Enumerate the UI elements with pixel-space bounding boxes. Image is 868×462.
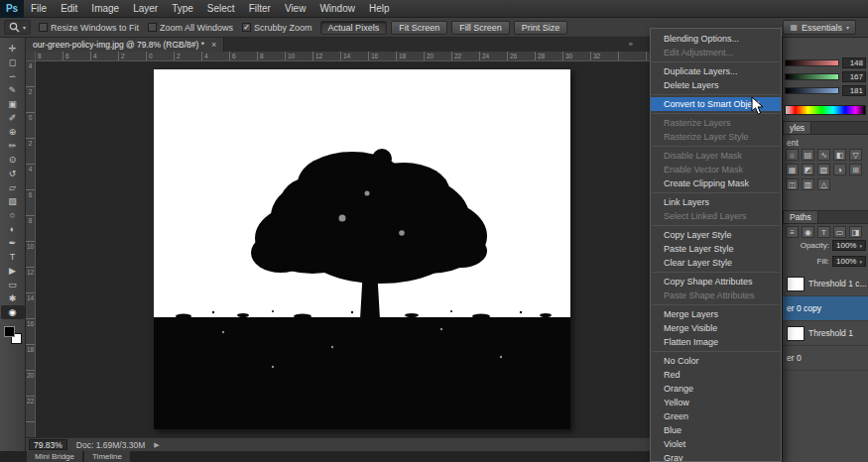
black-white-icon[interactable]: ▧: [817, 164, 830, 175]
gradient-tool[interactable]: ▨: [1, 194, 25, 208]
move-tool[interactable]: ✛: [1, 42, 25, 56]
ctx-blue[interactable]: Blue: [651, 423, 781, 437]
layer-row-threshold-1-c[interactable]: Threshold 1 c...: [783, 272, 868, 296]
tab-styles[interactable]: yles: [783, 121, 811, 134]
document-tab[interactable]: our-green-policy-img.jpg @ 79.8% (RGB/8#…: [26, 38, 224, 52]
pen-tool[interactable]: ✒: [1, 236, 25, 250]
hand-tool[interactable]: ✱: [1, 291, 25, 305]
filter-type-icon[interactable]: T: [817, 226, 830, 238]
ruler-corner[interactable]: [26, 52, 36, 61]
lasso-tool[interactable]: ∽: [1, 69, 25, 83]
filter-smart-icon[interactable]: ◨: [849, 226, 862, 238]
crop-tool[interactable]: ▣: [1, 97, 25, 111]
opacity-value-dropdown[interactable]: 100% ▾: [832, 240, 866, 251]
ctx-violet[interactable]: Violet: [651, 437, 781, 451]
status-arrow-icon[interactable]: ▶: [154, 441, 159, 449]
menu-image[interactable]: Image: [84, 0, 126, 17]
checkbox-scrubby-zoom[interactable]: ✓Scrubby Zoom: [242, 23, 312, 33]
brightness-contrast-icon[interactable]: ☼: [786, 149, 799, 161]
exposure-icon[interactable]: ◧: [833, 149, 846, 161]
ctx-link-layers[interactable]: Link Layers: [651, 195, 781, 209]
menu-layer[interactable]: Layer: [126, 0, 165, 17]
green-value-field[interactable]: 167: [842, 71, 866, 82]
filter-effect-icon[interactable]: ◉: [802, 226, 814, 238]
layer-row-threshold-1[interactable]: Threshold 1: [783, 321, 868, 346]
vibrance-icon[interactable]: ▽: [849, 149, 862, 161]
eraser-tool[interactable]: ▱: [1, 180, 25, 194]
ctx-yellow[interactable]: Yellow: [651, 396, 781, 409]
menu-filter[interactable]: Filter: [242, 0, 278, 17]
marquee-tool[interactable]: ◻: [1, 56, 25, 69]
tab-paths[interactable]: Paths: [783, 210, 818, 223]
layer-row-er-0[interactable]: er 0: [783, 346, 868, 371]
layer-thumbnail[interactable]: [787, 277, 805, 291]
ctx-duplicate-layers[interactable]: Duplicate Layers...: [651, 64, 781, 78]
red-slider[interactable]: [785, 59, 839, 66]
menu-help[interactable]: Help: [362, 0, 397, 17]
filter-shape-icon[interactable]: ▭: [833, 226, 846, 238]
ctx-create-clipping-mask[interactable]: Create Clipping Mask: [651, 176, 781, 190]
ctx-gray[interactable]: Gray: [651, 451, 781, 462]
panel-tab-timeline[interactable]: Timeline: [84, 451, 130, 462]
layer-row-er-0-copy[interactable]: er 0 copy: [783, 296, 868, 321]
blue-value-field[interactable]: 181: [842, 85, 866, 96]
invert-icon[interactable]: ◫: [786, 178, 799, 190]
threshold-icon[interactable]: △: [817, 178, 830, 190]
path-selection-tool[interactable]: ▶: [1, 264, 25, 278]
zoom-tool-preset[interactable]: ▾: [4, 20, 31, 35]
workspace-switcher[interactable]: ▦ Essentials ▾: [783, 20, 856, 35]
layer-thumbnail[interactable]: [787, 326, 805, 341]
panel-tab-mini-bridge[interactable]: Mini Bridge: [27, 451, 82, 462]
ctx-copy-layer-style[interactable]: Copy Layer Style: [651, 228, 781, 242]
ctx-merge-layers[interactable]: Merge Layers: [651, 307, 781, 321]
dodge-tool[interactable]: ◐: [1, 222, 25, 236]
ctx-blending-options[interactable]: Blending Options...: [651, 32, 781, 46]
button-fill-screen[interactable]: Fill Screen: [451, 21, 510, 35]
green-slider[interactable]: [785, 73, 839, 80]
curves-icon[interactable]: ∿: [817, 149, 830, 161]
photo-filter-icon[interactable]: ◑: [833, 164, 846, 175]
levels-icon[interactable]: ▤: [802, 149, 814, 161]
vertical-ruler[interactable]: 420246810121416182022: [26, 61, 36, 437]
clone-stamp-tool[interactable]: ⊙: [1, 153, 25, 167]
menu-type[interactable]: Type: [165, 0, 200, 17]
menu-view[interactable]: View: [278, 0, 313, 17]
foreground-color-swatch[interactable]: [4, 326, 15, 337]
menu-select[interactable]: Select: [200, 0, 242, 17]
blur-tool[interactable]: ○: [1, 208, 25, 222]
ctx-flatten-image[interactable]: Flatten Image: [651, 335, 781, 349]
channel-mixer-icon[interactable]: ⊞: [849, 164, 862, 175]
ctx-paste-layer-style[interactable]: Paste Layer Style: [651, 242, 781, 256]
checkbox-zoom-all-windows[interactable]: Zoom All Windows: [148, 23, 233, 33]
ctx-clear-layer-style[interactable]: Clear Layer Style: [651, 256, 781, 270]
blue-slider[interactable]: [785, 87, 839, 94]
close-icon[interactable]: ×: [211, 41, 216, 50]
brush-tool[interactable]: ✏: [1, 139, 25, 153]
ctx-orange[interactable]: Orange: [651, 382, 781, 396]
tab-overflow-icon[interactable]: »: [629, 40, 633, 49]
color-balance-icon[interactable]: ◩: [802, 164, 814, 175]
quick-selection-tool[interactable]: ✎: [1, 83, 25, 97]
menu-window[interactable]: Window: [312, 0, 362, 17]
button-actual-pixels[interactable]: Actual Pixels: [320, 21, 388, 35]
ctx-green[interactable]: Green: [651, 409, 781, 423]
ctx-no-color[interactable]: No Color: [651, 354, 781, 368]
button-fit-screen[interactable]: Fit Screen: [391, 21, 447, 35]
menu-edit[interactable]: Edit: [54, 0, 84, 17]
history-brush-tool[interactable]: ↺: [1, 167, 25, 180]
zoom-tool[interactable]: ◉: [1, 305, 25, 319]
fill-value-dropdown[interactable]: 100% ▾: [832, 256, 866, 267]
ctx-merge-visible[interactable]: Merge Visible: [651, 321, 781, 335]
checkbox-resize-windows-to-fit[interactable]: Resize Windows to Fit: [39, 23, 139, 33]
eyedropper-tool[interactable]: ✐: [1, 111, 25, 125]
color-spectrum-ramp[interactable]: [785, 105, 866, 115]
hue-saturation-icon[interactable]: ▦: [786, 164, 799, 175]
filter-kind-icon[interactable]: ≡: [786, 226, 799, 238]
document-canvas[interactable]: [154, 69, 570, 429]
ctx-delete-layers[interactable]: Delete Layers: [651, 78, 781, 92]
ctx-copy-shape-attributes[interactable]: Copy Shape Attributes: [651, 275, 781, 289]
menu-file[interactable]: File: [24, 0, 54, 17]
red-value-field[interactable]: 148: [842, 58, 866, 68]
ctx-red[interactable]: Red: [651, 368, 781, 382]
zoom-level-field[interactable]: 79.83%: [29, 439, 67, 450]
